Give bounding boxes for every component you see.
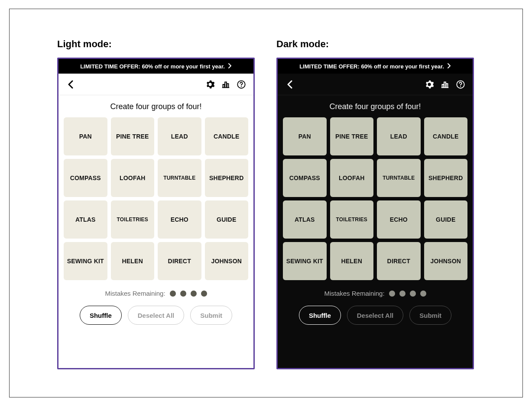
- settings-button[interactable]: [202, 77, 218, 92]
- mistake-dot: [420, 291, 426, 297]
- back-button[interactable]: [282, 77, 298, 92]
- stats-button[interactable]: [437, 77, 453, 92]
- word-tile[interactable]: PINE TREE: [111, 117, 155, 155]
- svg-point-1: [241, 86, 242, 87]
- chevron-right-icon: [448, 63, 451, 69]
- word-tile[interactable]: HELEN: [111, 242, 155, 280]
- word-tile[interactable]: LEAD: [158, 117, 201, 155]
- light-mode-column: Light mode: LIMITED TIME OFFER: 60% off …: [57, 39, 255, 369]
- mistakes-label: Mistakes Remaining:: [105, 290, 165, 297]
- deselect-button[interactable]: Deselect All: [128, 306, 185, 325]
- mistake-dot: [191, 291, 197, 297]
- dark-mode-label: Dark mode:: [276, 39, 474, 50]
- word-tile[interactable]: DIRECT: [377, 242, 421, 280]
- chevron-right-icon: [228, 63, 232, 69]
- bar-chart-icon: [440, 80, 450, 89]
- bar-chart-icon: [221, 80, 230, 89]
- back-button[interactable]: [63, 77, 78, 92]
- dark-mode-column: Dark mode: LIMITED TIME OFFER: 60% off o…: [276, 39, 474, 369]
- word-tile[interactable]: CANDLE: [424, 117, 468, 155]
- tile-grid: PANPINE TREELEADCANDLECOMPASSLOOFAHTURNT…: [58, 117, 253, 280]
- instructions-text: Create four groups of four!: [278, 95, 473, 117]
- mistake-dot: [399, 291, 405, 297]
- mistakes-row: Mistakes Remaining:: [278, 280, 473, 303]
- help-button[interactable]: [453, 77, 468, 92]
- word-tile[interactable]: LEAD: [377, 117, 421, 155]
- word-tile[interactable]: PAN: [64, 117, 107, 155]
- word-tile[interactable]: PAN: [283, 117, 327, 155]
- submit-button[interactable]: Submit: [190, 306, 232, 325]
- word-tile[interactable]: TURNTABLE: [377, 159, 421, 197]
- word-tile[interactable]: ATLAS: [64, 200, 107, 239]
- promo-text: LIMITED TIME OFFER: 60% off or more your…: [299, 63, 444, 70]
- phone-dark: LIMITED TIME OFFER: 60% off or more your…: [276, 58, 474, 369]
- instructions-text: Create four groups of four!: [58, 95, 253, 117]
- word-tile[interactable]: LOOFAH: [111, 159, 155, 197]
- word-tile[interactable]: TOILETRIES: [330, 200, 374, 239]
- light-mode-label: Light mode:: [57, 39, 255, 50]
- word-tile[interactable]: GUIDE: [205, 200, 249, 239]
- chevron-left-icon: [68, 80, 74, 89]
- help-icon: [456, 80, 465, 89]
- word-tile[interactable]: CANDLE: [205, 117, 249, 155]
- word-tile[interactable]: HELEN: [330, 242, 374, 280]
- action-row: Shuffle Deselect All Submit: [278, 303, 473, 333]
- word-tile[interactable]: SHEPHERD: [205, 159, 249, 197]
- word-tile[interactable]: GUIDE: [424, 200, 468, 239]
- mistakes-dots: [389, 291, 426, 297]
- word-tile[interactable]: ECHO: [377, 200, 421, 239]
- phone-light: LIMITED TIME OFFER: 60% off or more your…: [57, 58, 255, 369]
- app-bar: [58, 74, 253, 95]
- shuffle-button[interactable]: Shuffle: [80, 306, 122, 325]
- deselect-button[interactable]: Deselect All: [347, 306, 404, 325]
- promo-banner[interactable]: LIMITED TIME OFFER: 60% off or more your…: [58, 59, 253, 74]
- mistakes-row: Mistakes Remaining:: [58, 280, 253, 303]
- app-bar: [278, 74, 473, 95]
- word-tile[interactable]: TURNTABLE: [158, 159, 201, 197]
- promo-text: LIMITED TIME OFFER: 60% off or more your…: [80, 63, 225, 70]
- promo-banner[interactable]: LIMITED TIME OFFER: 60% off or more your…: [278, 59, 473, 74]
- mistakes-dots: [170, 291, 207, 297]
- word-tile[interactable]: SEWING KIT: [283, 242, 327, 280]
- mistake-dot: [389, 291, 395, 297]
- stats-button[interactable]: [218, 77, 234, 92]
- page-frame: Light mode: LIMITED TIME OFFER: 60% off …: [9, 9, 523, 397]
- chevron-left-icon: [287, 80, 293, 89]
- settings-button[interactable]: [422, 77, 437, 92]
- action-row: Shuffle Deselect All Submit: [58, 303, 253, 333]
- word-tile[interactable]: ECHO: [158, 200, 201, 239]
- word-tile[interactable]: SEWING KIT: [64, 242, 107, 280]
- word-tile[interactable]: TOILETRIES: [111, 200, 155, 239]
- tile-grid: PANPINE TREELEADCANDLECOMPASSLOOFAHTURNT…: [278, 117, 473, 280]
- mistakes-label: Mistakes Remaining:: [324, 290, 384, 297]
- word-tile[interactable]: COMPASS: [283, 159, 327, 197]
- word-tile[interactable]: ATLAS: [283, 200, 327, 239]
- submit-button[interactable]: Submit: [409, 306, 451, 325]
- help-icon: [237, 80, 246, 89]
- shuffle-button[interactable]: Shuffle: [299, 306, 341, 325]
- word-tile[interactable]: DIRECT: [158, 242, 201, 280]
- mistake-dot: [201, 291, 207, 297]
- gear-icon: [205, 80, 215, 89]
- word-tile[interactable]: COMPASS: [64, 159, 107, 197]
- word-tile[interactable]: SHEPHERD: [424, 159, 468, 197]
- word-tile[interactable]: PINE TREE: [330, 117, 374, 155]
- word-tile[interactable]: LOOFAH: [330, 159, 374, 197]
- help-button[interactable]: [234, 77, 249, 92]
- word-tile[interactable]: JOHNSON: [205, 242, 249, 280]
- mistake-dot: [170, 291, 176, 297]
- word-tile[interactable]: JOHNSON: [424, 242, 468, 280]
- mistake-dot: [410, 291, 416, 297]
- gear-icon: [425, 80, 434, 89]
- mistake-dot: [180, 291, 186, 297]
- svg-point-3: [460, 86, 461, 87]
